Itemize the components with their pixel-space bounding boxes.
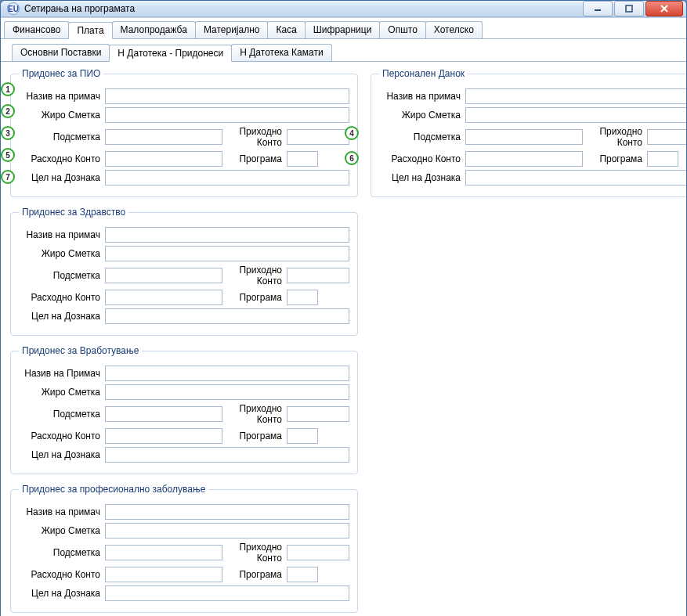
pers-rashodno-input[interactable]	[465, 151, 583, 167]
tab-finansovo[interactable]: Финансово	[4, 21, 69, 38]
prof-podsmetka-input[interactable]	[105, 545, 222, 560]
subtab-osnovni[interactable]: Основни Поставки	[12, 44, 110, 61]
group-zdravstvo: Придонес за Здравство Назив на примач Жи…	[10, 207, 358, 336]
group-profesionalno: Придонес за професионално заболување Наз…	[10, 484, 358, 613]
prof-naziv-label: Назив на примач	[19, 506, 100, 517]
marker-2: 2	[1, 104, 15, 118]
vrab-ziro-label: Жиро Сметка	[19, 387, 100, 398]
group-zdravstvo-legend: Придонес за Здравство	[19, 207, 128, 218]
zdr-rashodno-label: Расходно Конто	[19, 292, 100, 303]
prof-programa-label: Програма	[227, 569, 282, 580]
zdr-podsmetka-label: Подсметка	[19, 270, 100, 281]
pio-programa-label: Програма	[227, 153, 282, 164]
pio-rashodno-input[interactable]	[105, 151, 222, 167]
marker-4: 4	[345, 126, 359, 140]
content: Финансово Плата Малопродажба Материјално…	[1, 17, 686, 616]
window-title: Сетирања на програмата	[24, 3, 583, 14]
group-pio: Придонес за ПИО Назив на примач Жиро Сме…	[10, 68, 358, 197]
zdr-rashodno-input[interactable]	[105, 290, 222, 305]
group-vrabotuvanje-legend: Придонес за Вработување	[19, 345, 142, 356]
subtab-pridonesi[interactable]: Н Датотека - Придонеси	[109, 45, 232, 62]
vrab-ziro-input[interactable]	[105, 384, 349, 400]
app-icon: EU	[7, 2, 20, 15]
maximize-button[interactable]	[614, 1, 644, 16]
pers-programa-label: Програма	[588, 153, 642, 164]
tab-kasa[interactable]: Каса	[267, 21, 305, 38]
pio-cel-label: Цел на Дознака	[19, 172, 100, 183]
prof-prihodno-input[interactable]	[287, 545, 349, 560]
pers-prihodno-input[interactable]	[647, 129, 686, 145]
marker-5: 5	[1, 148, 15, 162]
pers-ziro-input[interactable]	[465, 107, 686, 123]
vrab-naziv-label: Назив на Примач	[19, 368, 100, 379]
marker-3: 3	[1, 126, 15, 140]
vrab-prihodno-input[interactable]	[287, 406, 349, 422]
pio-prihodno-input[interactable]	[287, 129, 349, 145]
zdr-naziv-input[interactable]	[105, 227, 349, 243]
vrab-naziv-input[interactable]	[105, 366, 349, 381]
group-pio-legend: Придонес за ПИО	[19, 68, 103, 79]
pers-ziro-label: Жиро Сметка	[379, 110, 461, 121]
tab-sifrarnici[interactable]: Шифрарници	[305, 21, 381, 38]
prof-cel-input[interactable]	[105, 585, 349, 601]
vrab-podsmetka-label: Подсметка	[19, 409, 100, 420]
pio-ziro-label: Жиро Сметка	[19, 110, 100, 121]
prof-rashodno-input[interactable]	[105, 567, 222, 582]
pio-ziro-input[interactable]	[105, 107, 349, 123]
prof-programa-input[interactable]	[287, 567, 318, 582]
zdr-prihodno-label: Приходно Конто	[227, 265, 282, 286]
zdr-prihodno-input[interactable]	[287, 268, 349, 283]
pio-cel-input[interactable]	[105, 170, 349, 186]
zdr-ziro-input[interactable]	[105, 246, 349, 261]
prof-ziro-label: Жиро Сметка	[19, 525, 100, 536]
vrab-cel-label: Цел на Дознака	[19, 449, 100, 460]
svg-rect-1	[626, 5, 632, 12]
subtab-kamati[interactable]: Н Датотека Камати	[231, 44, 331, 61]
window-buttons	[583, 1, 683, 16]
titlebar: EU Сетирања на програмата	[1, 1, 686, 17]
tab-maloprodazba[interactable]: Малопродажба	[112, 21, 196, 38]
group-profesionalno-legend: Придонес за професионално заболување	[19, 484, 208, 495]
pers-podsmetka-label: Подсметка	[379, 131, 461, 142]
vrab-programa-input[interactable]	[287, 428, 318, 444]
vrab-rashodno-label: Расходно Конто	[19, 430, 100, 441]
vrab-prihodno-label: Приходно Конто	[227, 403, 282, 425]
zdr-cel-input[interactable]	[105, 308, 349, 324]
window: EU Сетирања на програмата Финансово Плат…	[0, 0, 687, 616]
tab-hotelsko[interactable]: Хотелско	[425, 21, 483, 38]
vrab-cel-input[interactable]	[105, 447, 349, 463]
pio-rashodno-label: Расходно Конто	[19, 153, 100, 164]
zdr-podsmetka-input[interactable]	[105, 268, 222, 283]
pio-prihodno-label: Приходно Конто	[227, 126, 282, 148]
zdr-ziro-label: Жиро Сметка	[19, 248, 100, 259]
zdr-programa-input[interactable]	[287, 290, 318, 305]
prof-prihodno-label: Приходно Конто	[227, 542, 282, 564]
pio-programa-input[interactable]	[287, 151, 318, 167]
tab-materijalno[interactable]: Материјално	[195, 21, 269, 38]
pers-naziv-input[interactable]	[465, 88, 686, 104]
marker-1: 1	[1, 82, 15, 96]
prof-ziro-input[interactable]	[105, 523, 349, 539]
prof-rashodno-label: Расходно Конто	[19, 569, 100, 580]
marker-6: 6	[345, 151, 359, 165]
vrab-podsmetka-input[interactable]	[105, 406, 222, 422]
prof-podsmetka-label: Подсметка	[19, 547, 100, 558]
tab-opshto[interactable]: Општо	[379, 21, 426, 38]
close-button[interactable]	[645, 1, 683, 16]
pers-rashodno-label: Расходно Конто	[379, 153, 461, 164]
group-personalen-legend: Персонален Данок	[379, 68, 468, 79]
pers-cel-input[interactable]	[465, 170, 686, 186]
pio-naziv-input[interactable]	[105, 88, 349, 104]
pio-podsmetka-input[interactable]	[105, 129, 222, 145]
zdr-programa-label: Програма	[227, 292, 282, 303]
minimize-button[interactable]	[583, 1, 613, 16]
pio-naziv-label: Назив на примач	[19, 91, 100, 102]
pers-prihodno-label: Приходно Конто	[588, 126, 642, 148]
pers-podsmetka-input[interactable]	[465, 129, 583, 145]
vrab-programa-label: Програма	[227, 430, 282, 441]
vrab-rashodno-input[interactable]	[105, 428, 222, 444]
tab-plata[interactable]: Плата	[68, 22, 112, 39]
prof-naziv-input[interactable]	[105, 504, 349, 520]
pers-cel-label: Цел на Дознака	[379, 172, 461, 183]
pers-programa-input[interactable]	[647, 151, 678, 167]
